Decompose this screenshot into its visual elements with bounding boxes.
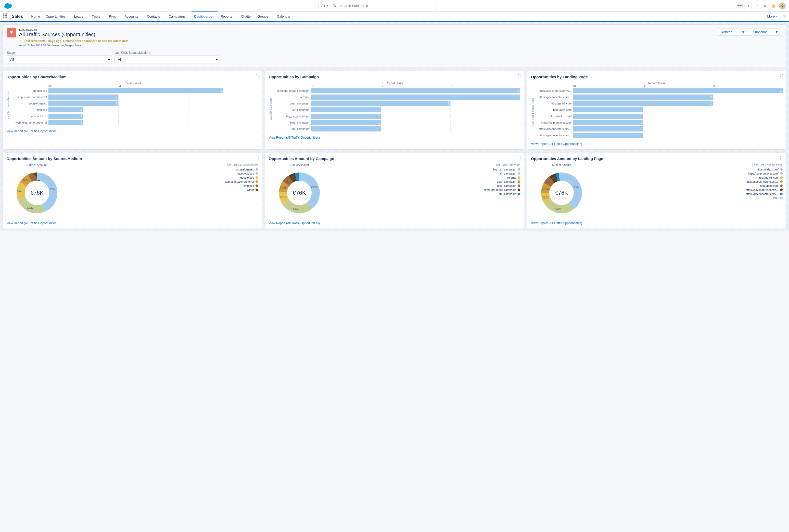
bar-row[interactable]: air_campaign1 <box>273 107 520 112</box>
view-report-link[interactable]: View Report (All Traffic Opportunities) <box>269 222 320 225</box>
nav-item-dashboards[interactable]: Dashboards⌄ <box>191 12 218 21</box>
legend-item[interactable]: big_car_campaign <box>332 168 520 171</box>
bar-row[interactable]: https://belaz.com/1 <box>535 114 783 119</box>
expand-icon[interactable]: ⛶ <box>256 74 259 78</box>
bar-row[interactable]: app.asana.com/referral2 <box>10 95 258 100</box>
legend-item[interactable]: air_campaign <box>332 172 520 175</box>
avatar[interactable]: 🐱 <box>779 2 786 10</box>
legend-item[interactable]: bing_campaign <box>332 184 520 187</box>
nav-item-leads[interactable]: Leads⌄ <box>71 12 89 21</box>
bar-row[interactable]: https://gaconnector.com/...2 <box>535 95 783 100</box>
notifications-bell-icon[interactable]: 🔔 <box>771 3 776 9</box>
legend-item[interactable]: google/organic <box>70 168 258 171</box>
favorites-button[interactable]: ★▾ <box>736 3 742 9</box>
refresh-warning: Last refreshed 9 days ago. Refresh this … <box>24 39 129 43</box>
subscribe-button[interactable]: Subscribe <box>749 28 771 36</box>
bar-row[interactable]: https://belpromavia.com/1 <box>535 120 783 125</box>
filter-select-0[interactable]: All <box>7 55 111 63</box>
edit-nav-icon[interactable]: ✎ <box>783 15 786 18</box>
legend-item[interactable]: facebook/cpc <box>70 172 258 175</box>
donut-chart[interactable]: €76K€33K€20K€11K€6.5K€5K <box>12 167 62 218</box>
legend-item[interactable]: computer repair campaign <box>332 188 520 191</box>
nav-item-tasks[interactable]: Tasks⌄ <box>89 12 106 21</box>
nav-item-groups[interactable]: Groups⌄ <box>255 12 274 21</box>
sum-title: Sum of Amount <box>531 163 592 166</box>
global-search[interactable]: All▼ 🔍 <box>318 2 436 10</box>
expand-icon[interactable]: ⛶ <box>518 74 521 78</box>
global-actions-button[interactable]: ＋ <box>745 3 752 9</box>
help-icon[interactable]: ? <box>754 3 760 9</box>
bar-row[interactable]: bing_campaign1 <box>273 120 520 125</box>
tick: 2 <box>644 84 713 88</box>
setup-gear-icon[interactable]: ⚙ <box>763 3 768 9</box>
nav-item-chatter[interactable]: Chatter <box>238 12 255 21</box>
legend-item[interactable]: bing/cpc <box>70 184 258 187</box>
bar-row[interactable]: big_car_campaign1 <box>273 114 520 119</box>
bar-row[interactable]: https://savenature.com/c...3 <box>535 88 783 93</box>
legend-item[interactable]: https://belpromavia.com/ <box>595 172 783 175</box>
bar-row[interactable]: utm_campaign1 <box>273 126 520 131</box>
slice-label: €6.7K <box>543 196 549 199</box>
search-input[interactable] <box>338 2 436 10</box>
legend-item[interactable]: app.asana.com/referral <box>70 180 258 183</box>
nav-item-campaigns[interactable]: Campaigns⌄ <box>166 12 191 21</box>
legend-item[interactable]: Other <box>70 188 258 191</box>
slice-label: €6.5K <box>23 179 29 182</box>
view-report-link[interactable]: View Report (All Traffic Opportunities) <box>531 222 582 225</box>
legend-item[interactable]: utm_campaign <box>332 192 520 195</box>
bar-row[interactable]: https://gaconnector.com/...1 <box>535 133 783 138</box>
card-title: Opportunities Amount by Campaign <box>269 156 520 161</box>
bar-row[interactable]: google/organic2 <box>10 101 258 106</box>
slice-label: €33K <box>50 188 55 191</box>
view-report-link[interactable]: View Report (All Traffic Opportunities) <box>269 136 320 139</box>
more-actions-button[interactable]: ▼ <box>771 28 782 36</box>
nav-item-reports[interactable]: Reports⌄ <box>218 12 238 21</box>
bar-row[interactable]: http://bing.com1 <box>535 107 783 112</box>
bar-row[interactable]: web.telegram.org/referral1 <box>10 120 258 125</box>
legend-item[interactable]: https://gaconnector.com/... <box>595 192 783 195</box>
bar-row[interactable]: referral3 <box>273 95 520 100</box>
legend-item[interactable]: http://bing.com <box>595 184 783 187</box>
expand-icon[interactable]: ⛶ <box>780 156 783 159</box>
nav-item-calendar[interactable]: Calendar⌄ <box>274 12 296 21</box>
legend-item[interactable]: referral <box>332 176 520 179</box>
view-report-link[interactable]: View Report (All Traffic Opportunities) <box>6 222 57 225</box>
bar-row[interactable]: google/cpc5 <box>10 88 258 93</box>
bar-row[interactable]: https://gear5.com2 <box>535 101 783 106</box>
legend-item[interactable]: gear_campaign <box>332 180 520 183</box>
nav-more[interactable]: More▼ <box>765 12 781 21</box>
legend-item[interactable]: https://belaz.com/ <box>595 168 783 171</box>
refresh-button[interactable]: Refresh <box>717 28 736 36</box>
nav-item-accounts[interactable]: Accounts⌄ <box>122 12 144 21</box>
app-launcher-icon[interactable] <box>3 14 9 20</box>
search-scope-dropdown[interactable]: All▼ <box>319 2 331 10</box>
edit-button[interactable]: Edit <box>736 28 749 36</box>
nav-item-contacts[interactable]: Contacts⌄ <box>144 12 165 21</box>
view-report-link[interactable]: View Report (All Traffic Opportunities) <box>6 129 57 133</box>
expand-icon[interactable]: ⛶ <box>256 156 259 159</box>
view-report-link[interactable]: View Report (All Traffic Opportunities) <box>531 142 582 146</box>
legend-title: Last Click Source/Medium <box>70 163 258 166</box>
legend-item[interactable]: https://gear5.com <box>595 176 783 179</box>
donut-chart[interactable]: €76K€30K€20K€7.5K€6.7K€5K€4K <box>274 167 325 218</box>
nav-item-files[interactable]: Files⌄ <box>106 12 122 21</box>
legend-item[interactable]: google/cpc <box>70 176 258 179</box>
expand-icon[interactable]: ⛶ <box>518 156 521 159</box>
salesforce-logo-icon[interactable] <box>3 2 13 10</box>
donut-chart[interactable]: €76K€30K€20K€6.7K€6.5K€5K€4K <box>536 167 587 218</box>
bar-row[interactable]: gear_campaign2 <box>273 101 520 106</box>
bar-row[interactable]: bing/cpc1 <box>10 107 258 112</box>
filter-select-1[interactable]: All <box>114 55 219 63</box>
bar-row[interactable]: computer repair campaign3 <box>273 88 520 93</box>
card-title: Opportunities by Campaign <box>269 75 520 79</box>
legend-item[interactable]: Other <box>595 196 783 200</box>
expand-icon[interactable]: ⛶ <box>780 74 783 78</box>
bar-row[interactable]: https://gaconnector.com/...1 <box>535 126 783 131</box>
nav-item-home[interactable]: Home <box>29 12 42 21</box>
yaxis-label: Last Click Source/Medium <box>6 84 10 126</box>
legend-item[interactable]: https://gaconnector.com/... <box>595 180 783 183</box>
nav-item-opportunities[interactable]: Opportunities⌄ <box>43 12 71 21</box>
legend-item[interactable]: https://savenature.com/c... <box>595 188 783 191</box>
slice-label: €20K <box>555 207 561 210</box>
bar-row[interactable]: facebook/cpc1 <box>10 114 258 119</box>
